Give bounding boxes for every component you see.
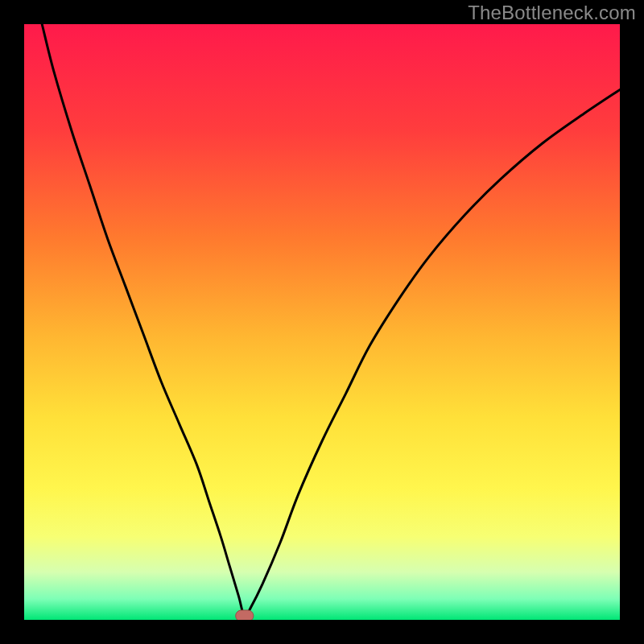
chart-frame: TheBottleneck.com [0,0,644,644]
plot-background [24,24,620,620]
bottleneck-chart [0,0,644,644]
minimum-marker [236,610,254,621]
watermark-text: TheBottleneck.com [468,2,636,24]
